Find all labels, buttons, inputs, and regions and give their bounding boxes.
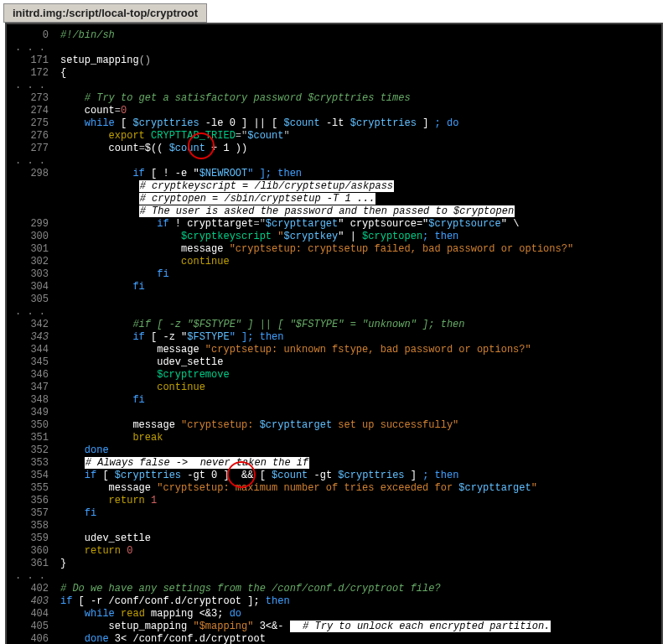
line-number: 402 [15,583,49,595]
keyword: return [109,495,145,506]
code-text: crypttarget [187,218,253,230]
code-editor: 0#!/bin/sh . . . 171setup_mapping() 172{… [5,23,663,644]
line-number [15,193,49,205]
var: $FSTYPE [187,331,229,343]
var: $crypttarget [260,419,332,431]
line-number: 343 [15,331,49,344]
code-text: ] [236,117,254,129]
keyword: if [132,331,144,343]
code-text: && [ [236,470,272,481]
comment-highlight: # cryptkeyscript = /lib/cryptsetup/askpa… [139,180,394,192]
line-number: 345 [15,356,49,369]
var: $cryptremove [157,369,229,381]
comment: # Do we have any settings from the /conf… [60,583,441,595]
keyword: export [109,130,145,142]
code-text: -lt [320,117,350,129]
var: $crypttarget [458,482,531,494]
line-number: 302 [15,256,49,268]
string: "cryptsetup: [175,419,260,431]
code-text: ] [417,117,435,129]
var: $NEWROOT [199,168,248,179]
line-number: 404 [15,608,49,621]
code-text: 0 [121,545,132,557]
code-text: + 1 [205,143,230,154]
code-text: ! [169,218,188,230]
keyword: do [230,608,241,620]
keyword: ; do [435,117,459,129]
keyword: fi [157,268,168,280]
comment-highlight: # cryptopen = /sbin/cryptsetup -T 1 ... [139,193,376,205]
keyword: fi [132,394,144,406]
line-number: 351 [15,432,49,444]
comment-highlight: # Try to unlock each encrypted partition… [290,621,551,632]
code-text: = [115,105,121,117]
var: $cryptkeyscript [181,231,272,242]
keyword: then [266,595,290,607]
line-number: 353 [15,457,49,470]
code-text: )) [230,143,248,154]
string: "cryptsetup: maximum number of tries exc… [151,482,458,494]
code-text: } [60,558,66,569]
line-number: 359 [15,532,49,545]
code-text: [ -z " [145,331,187,343]
string: set up successfully" [332,419,458,431]
comment-highlight: # The user is asked the password and the… [139,205,515,217]
fold-marker: . . . [15,306,653,319]
line-number: 171 [15,55,49,67]
string: " [531,482,537,494]
keyword: while [85,608,115,620]
code-text: = [139,143,145,154]
code-text: $(( [145,143,169,154]
code-text: count [85,105,115,117]
line-number: 342 [15,319,49,331]
code-text: ] [217,470,236,481]
code-text: || [ [253,117,283,129]
line-number: 352 [15,444,49,457]
keyword: if [85,470,96,481]
code-text: [ [115,117,133,129]
line-number: 0 [15,29,49,42]
code-text: " \ [501,218,520,230]
line-number: 274 [15,105,49,117]
code-text: mapping [145,608,199,620]
var: $count [169,143,205,154]
code-text: 0 [121,105,127,117]
var: $cryptkey [283,231,338,242]
var: $crypttries [132,117,199,129]
code-text: message [109,482,151,494]
code-text: udev_settle [157,356,223,368]
line-number: 172 [15,67,49,80]
var: $crypttries [350,117,417,129]
line-number: 347 [15,382,49,394]
keyword: " ]; then [247,168,302,179]
fold-marker: . . . [15,155,653,168]
keyword: while [85,117,115,129]
code-text: 1 [145,495,157,506]
code-text: setup_mapping [109,621,188,632]
code-text: <&3; [199,608,230,620]
line-number: 304 [15,281,49,293]
code-text: message [132,419,174,431]
shebang: #!/bin/sh [60,29,115,41]
code-text: [ -r /conf/conf.d/cryptroot ]; [72,595,265,607]
fold-marker: . . . [15,570,653,583]
comment: #if [ -z "$FSTYPE" ] || [ "$FSTYPE" = "u… [132,319,464,330]
line-number: 350 [15,419,49,432]
fold-marker: . . . [15,80,653,92]
file-path-title: initrd.img:/script/local-top/cryptroot [3,3,207,23]
string: "cryptsetup: cryptsetup failed, bad pass… [223,243,573,255]
line-number: 403 [15,595,49,608]
line-number: 305 [15,293,49,306]
code-text: 3< /conf/conf.d/cryptroot [109,633,266,644]
code-text: { [60,67,66,79]
var: $count [272,470,308,481]
string: "cryptsetup: unknown fstype, bad passwor… [199,344,531,356]
code-text: " cryptsource=" [338,218,428,230]
keyword: fi [85,507,96,519]
line-number: 303 [15,268,49,281]
func-name: setup_mapping [60,55,139,66]
line-number: 406 [15,633,49,644]
code-text: [ ! -e " [145,168,199,179]
var: $crypttries [115,470,181,481]
line-number: 298 [15,168,49,180]
